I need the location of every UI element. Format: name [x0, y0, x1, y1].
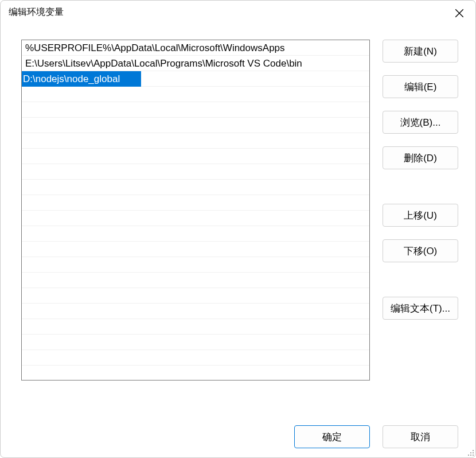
list-item[interactable]: E:\Users\Litsev\AppData\Local\Programs\M…: [22, 56, 369, 71]
titlebar: 编辑环境变量: [1, 1, 475, 24]
list-empty-row[interactable]: [22, 133, 369, 149]
close-icon: [454, 8, 465, 18]
resize-grip[interactable]: [465, 447, 474, 456]
edit-text-button[interactable]: 编辑文本(T)...: [383, 297, 458, 320]
path-listbox[interactable]: %USERPROFILE%\AppData\Local\Microsoft\Wi…: [21, 40, 370, 381]
list-empty-row[interactable]: [22, 87, 369, 102]
svg-point-4: [473, 452, 474, 453]
list-empty-row[interactable]: [22, 288, 369, 304]
list-empty-row[interactable]: [22, 195, 369, 211]
delete-button[interactable]: 删除(D): [383, 146, 458, 169]
ok-button[interactable]: 确定: [294, 425, 370, 448]
resize-grip-icon: [465, 447, 474, 456]
dialog-title: 编辑环境变量: [9, 6, 64, 18]
list-empty-row[interactable]: [22, 164, 369, 180]
environment-variable-edit-dialog: 编辑环境变量 %USERPROFILE%\AppData\Local\Micro…: [0, 0, 476, 458]
edit-button[interactable]: 编辑(E): [383, 75, 458, 98]
footer: 确定 取消: [1, 416, 475, 457]
list-empty-row[interactable]: [22, 180, 369, 195]
svg-point-5: [468, 455, 469, 456]
close-button[interactable]: [450, 4, 469, 22]
list-item-editing[interactable]: [22, 71, 369, 87]
svg-point-3: [470, 452, 471, 453]
list-empty-row[interactable]: [22, 242, 369, 257]
move-up-button[interactable]: 上移(U): [383, 204, 458, 227]
list-empty-row[interactable]: [22, 273, 369, 288]
list-empty-row[interactable]: [22, 350, 369, 366]
move-down-button[interactable]: 下移(O): [383, 239, 458, 262]
list-empty-row[interactable]: [22, 118, 369, 133]
svg-point-2: [473, 450, 474, 451]
list-empty-row[interactable]: [22, 149, 369, 164]
list-empty-row[interactable]: [22, 304, 369, 319]
list-empty-row[interactable]: [22, 102, 369, 118]
list-empty-row[interactable]: [22, 335, 369, 350]
content-area: %USERPROFILE%\AppData\Local\Microsoft\Wi…: [1, 24, 475, 416]
list-empty-row[interactable]: [22, 211, 369, 226]
path-edit-input[interactable]: [22, 71, 141, 87]
list-empty-row[interactable]: [22, 319, 369, 335]
list-item[interactable]: %USERPROFILE%\AppData\Local\Microsoft\Wi…: [22, 40, 369, 56]
cancel-button[interactable]: 取消: [383, 425, 458, 448]
svg-point-6: [470, 455, 471, 456]
browse-button[interactable]: 浏览(B)...: [383, 111, 458, 134]
svg-point-7: [473, 455, 474, 456]
list-empty-row[interactable]: [22, 257, 369, 273]
new-button[interactable]: 新建(N): [383, 40, 458, 63]
side-button-column: 新建(N) 编辑(E) 浏览(B)... 删除(D) 上移(U) 下移(O) 编…: [383, 40, 458, 416]
list-empty-row[interactable]: [22, 366, 369, 381]
list-empty-row[interactable]: [22, 226, 369, 242]
